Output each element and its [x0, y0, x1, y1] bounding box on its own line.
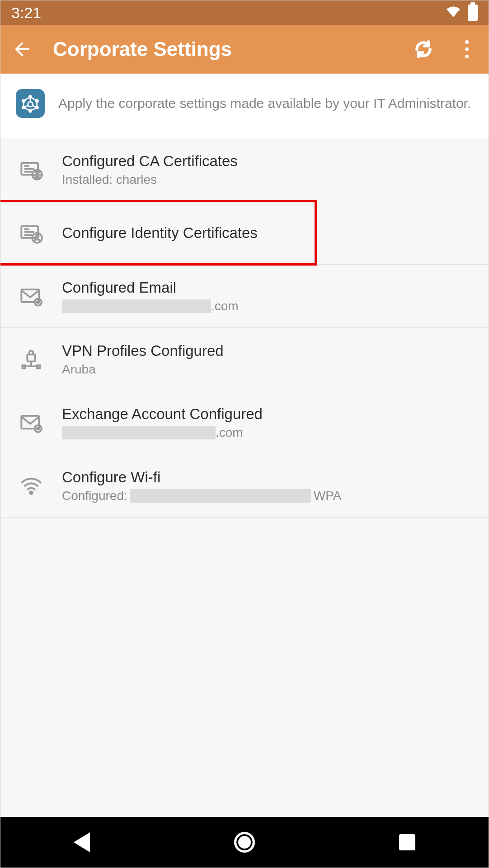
- svg-point-29: [30, 491, 33, 494]
- redacted-text: [130, 489, 311, 503]
- wifi-indicator-icon: [445, 4, 461, 22]
- nav-back-button[interactable]: [68, 829, 95, 856]
- overflow-menu-button[interactable]: [454, 37, 480, 62]
- row-subtitle: Configured: WPA: [62, 489, 470, 503]
- intro-section: Apply the corporate settings made availa…: [0, 74, 489, 138]
- redacted-text: [62, 299, 211, 313]
- row-title: Configure Identity Certificates: [62, 224, 470, 242]
- back-button[interactable]: [9, 37, 35, 62]
- page-title: Corporate Settings: [53, 38, 393, 61]
- wifi-icon: [19, 474, 44, 498]
- certificate-globe-icon: [19, 158, 44, 182]
- row-vpn[interactable]: VPN Profiles Configured Aruba: [0, 328, 489, 391]
- status-time: 3:21: [11, 4, 41, 22]
- nav-home-button[interactable]: [231, 829, 258, 856]
- certificate-user-icon: [19, 221, 44, 245]
- svg-rect-21: [27, 355, 35, 361]
- row-title: Configured CA Certificates: [62, 153, 470, 170]
- row-title: Configure Wi-fi: [62, 469, 470, 486]
- svg-rect-18: [21, 289, 39, 302]
- svg-point-17: [36, 235, 39, 238]
- vpn-lock-icon: [19, 348, 44, 371]
- status-bar: 3:21: [0, 0, 489, 25]
- row-title: VPN Profiles Configured: [62, 342, 470, 359]
- app-bar: Corporate Settings: [0, 25, 489, 74]
- mail-gear-icon: [19, 285, 44, 308]
- row-subtitle: Installed: charles: [62, 173, 470, 187]
- row-wifi[interactable]: Configure Wi-fi Configured: WPA: [0, 454, 489, 518]
- row-identity-certificates[interactable]: Configure Identity Certificates: [0, 201, 489, 265]
- row-title: Configured Email: [62, 279, 470, 296]
- row-exchange[interactable]: Exchange Account Configured .com: [0, 391, 489, 454]
- svg-rect-26: [21, 415, 39, 428]
- redacted-text: [62, 426, 216, 439]
- navigation-bar: [0, 817, 489, 868]
- row-ca-certificates[interactable]: Configured CA Certificates Installed: ch…: [0, 138, 489, 201]
- app-icon: [16, 89, 45, 118]
- row-subtitle: .com: [62, 299, 470, 313]
- nav-recent-button[interactable]: [394, 829, 421, 856]
- row-subtitle: .com: [62, 425, 470, 440]
- row-title: Exchange Account Configured: [62, 406, 470, 423]
- svg-point-6: [28, 102, 33, 107]
- row-email[interactable]: Configured Email .com: [0, 265, 489, 328]
- row-subtitle: Aruba: [62, 362, 470, 377]
- refresh-button[interactable]: [411, 37, 436, 62]
- mail-gear-icon: [19, 411, 44, 434]
- battery-indicator-icon: [468, 5, 478, 21]
- settings-list: Configured CA Certificates Installed: ch…: [0, 138, 489, 817]
- intro-text: Apply the corporate settings made availa…: [58, 94, 471, 113]
